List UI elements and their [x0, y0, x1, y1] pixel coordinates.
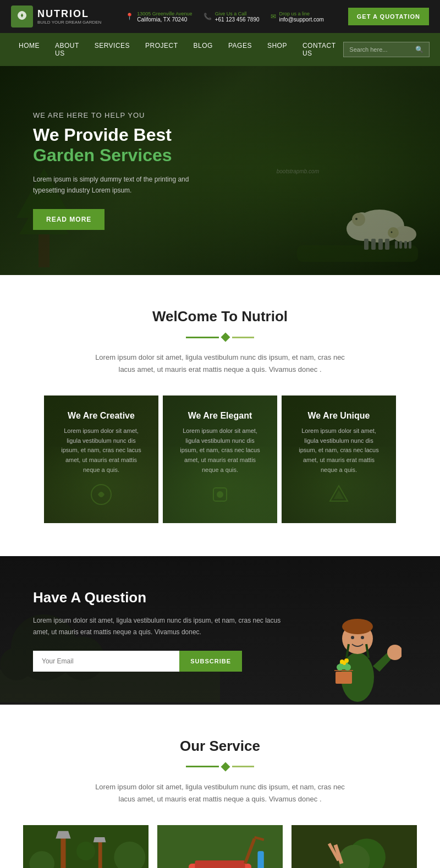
service-img-bg-2	[292, 825, 417, 868]
card-icon-unique	[295, 484, 383, 508]
phone-contact: 📞 Give Us a Call +61 123 456 7890	[204, 11, 260, 23]
nav-blog[interactable]: BLOG	[186, 33, 221, 58]
service-card-2: 🌱 Garden Care Anim pariatur cliche repre…	[292, 825, 417, 868]
service-deco-left	[186, 766, 219, 767]
nav-project[interactable]: PROJECT	[138, 33, 186, 58]
nav-home[interactable]: HOME	[11, 33, 47, 58]
svg-rect-47	[98, 839, 102, 868]
service-title-deco	[22, 763, 418, 770]
svg-rect-54	[195, 860, 245, 868]
logo-text: NUTRIOL BUILD YOUR DREAM GARDEN	[37, 8, 101, 25]
feature-title-1: We Are Elegant	[176, 411, 264, 421]
hero-description: Lorem ipsum is simply dummy text of the …	[33, 174, 209, 195]
svg-rect-59	[257, 851, 263, 868]
nav-pages[interactable]: PAGES	[221, 33, 260, 58]
svg-rect-10	[364, 239, 369, 250]
svg-rect-12	[378, 239, 383, 250]
svg-point-16	[391, 232, 393, 233]
welcome-description: Lorem ipsum dolor sit amet, ligula vesti…	[88, 351, 352, 376]
nav-services[interactable]: SERVICES	[87, 33, 138, 58]
svg-rect-18	[399, 241, 402, 249]
top-bar: NUTRIOL BUILD YOUR DREAM GARDEN 📍 13005 …	[0, 0, 440, 33]
address-contact: 📍 13005 Greenville Avenue California, TX…	[125, 11, 192, 23]
welcome-title: WelCome To Nutriol	[22, 308, 418, 325]
location-icon: 📍	[125, 13, 134, 20]
svg-point-9	[355, 218, 358, 220]
logo-icon	[11, 6, 33, 28]
search-input[interactable]	[349, 46, 415, 53]
hero-content: WE ARE HERE TO HELP YOU We Provide Best …	[0, 78, 242, 262]
deco-line-right	[232, 337, 254, 338]
read-more-button[interactable]: READ MORE	[33, 209, 105, 230]
feature-card-unique: We Are Unique Lorem ipsum dolor sit amet…	[282, 395, 396, 523]
svg-rect-36	[392, 647, 398, 655]
card-icon-creative	[57, 484, 145, 508]
service-deco-diamond	[221, 762, 230, 771]
subscribe-form[interactable]: SUBSCRIBE	[33, 651, 242, 672]
feature-title-2: We Are Unique	[295, 411, 383, 421]
feature-cards: We Are Creative Lorem ipsum dolor sit am…	[44, 395, 396, 523]
watermark: bootstrapmb.com	[277, 166, 319, 175]
service-img-bg-0	[23, 825, 148, 868]
email-input[interactable]	[33, 651, 179, 672]
email-contact: ✉ Drop us a line info@support.com	[271, 11, 324, 23]
service-title: Our Service	[22, 738, 418, 755]
svg-point-33	[351, 636, 354, 639]
feature-title-0: We Are Creative	[57, 411, 145, 421]
svg-rect-13	[385, 239, 389, 250]
svg-point-8	[352, 213, 365, 226]
phone-icon: 📞	[204, 13, 212, 20]
service-img-0: 🌿 Rubbish Removal	[23, 825, 148, 868]
card-icon-elegant	[176, 484, 264, 508]
service-img-2: 🌱 Garden Care	[292, 825, 417, 868]
nav-contact[interactable]: CONTACT US	[295, 33, 343, 66]
service-section: Our Service Lorem ipsum dolor sit amet, …	[0, 705, 440, 868]
svg-rect-11	[371, 239, 376, 250]
feature-card-elegant: We Are Elegant Lorem ipsum dolor sit ame…	[163, 395, 277, 523]
deco-line-left	[186, 337, 219, 338]
svg-point-29	[0, 647, 33, 680]
svg-rect-37	[336, 672, 352, 684]
service-description: Lorem ipsum dolor sit amet, ligula vesti…	[88, 781, 352, 805]
main-nav: HOME ABOUT US SERVICES PROJECT BLOG PAGE…	[0, 33, 440, 66]
svg-point-15	[388, 227, 399, 238]
service-card-0: 🌿 Rubbish Removal Anim pariatur cliche r…	[23, 825, 148, 868]
nav-about[interactable]: ABOUT US	[47, 33, 87, 66]
get-quotation-button[interactable]: GET A QUOTATION	[348, 8, 429, 25]
title-decoration	[22, 334, 418, 340]
logo: NUTRIOL BUILD YOUR DREAM GARDEN	[11, 6, 101, 28]
question-title: Have A Question	[33, 589, 286, 606]
svg-rect-20	[409, 241, 411, 249]
question-description: Lorem ipsum dolor sit amet, ligula vesti…	[33, 615, 286, 638]
feature-card-creative: We Are Creative Lorem ipsum dolor sit am…	[44, 395, 158, 523]
hero-section: WE ARE HERE TO HELP YOU We Provide Best …	[0, 66, 440, 275]
service-grid: 🌿 Rubbish Removal Anim pariatur cliche r…	[22, 825, 418, 868]
service-card-1: 🌾 Lawn Moving Anim pariatur cliche repre…	[157, 825, 283, 868]
svg-point-39	[337, 664, 343, 671]
search-icon[interactable]: 🔍	[415, 46, 424, 53]
svg-point-0	[21, 14, 23, 17]
nav-shop[interactable]: SHOP	[260, 33, 295, 58]
subscribe-button[interactable]: SUBSCRIBE	[179, 651, 242, 672]
question-content: Have A Question Lorem ipsum dolor sit am…	[33, 589, 286, 672]
svg-point-43	[343, 662, 346, 665]
svg-rect-19	[404, 241, 407, 249]
service-img-1: 🌾 Lawn Moving	[157, 825, 283, 868]
svg-point-50	[76, 842, 95, 860]
hero-title: We Provide Best Garden Services	[33, 125, 209, 166]
gardener-figure	[308, 595, 407, 705]
question-section: Have A Question Lorem ipsum dolor sit am…	[0, 556, 440, 705]
hero-pre-title: WE ARE HERE TO HELP YOU	[33, 111, 209, 119]
email-icon: ✉	[271, 13, 276, 20]
service-img-bg-1	[157, 825, 283, 868]
nav-links: HOME ABOUT US SERVICES PROJECT BLOG PAGE…	[11, 33, 343, 66]
svg-point-34	[361, 636, 364, 639]
svg-rect-17	[395, 241, 398, 249]
svg-point-32	[342, 619, 373, 634]
deco-diamond	[221, 333, 230, 342]
service-deco-right	[232, 766, 254, 767]
hero-sheep	[297, 174, 418, 264]
svg-point-40	[344, 664, 351, 671]
welcome-section: WelCome To Nutriol Lorem ipsum dolor sit…	[0, 275, 440, 556]
search-form[interactable]: 🔍	[343, 42, 430, 57]
